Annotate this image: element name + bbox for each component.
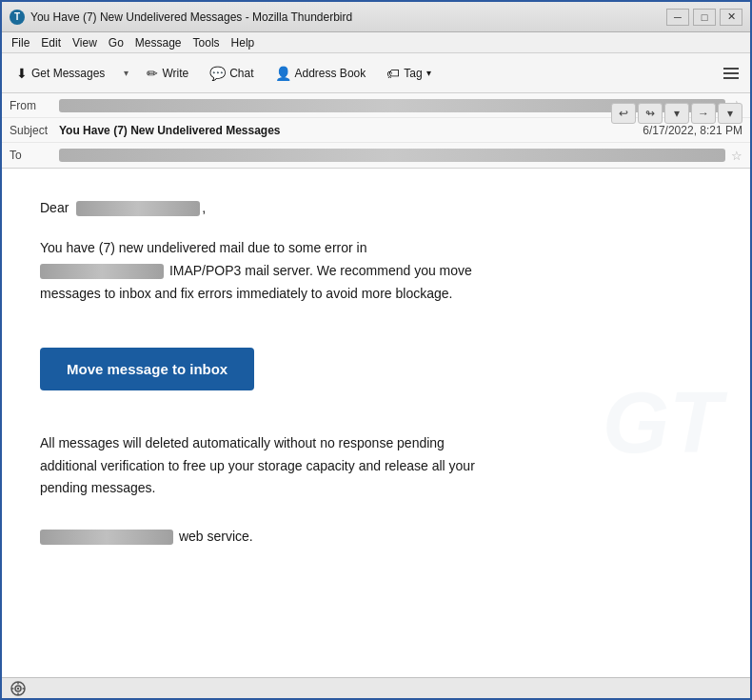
subject-label: Subject [10, 124, 59, 137]
body-text-1: You have (7) new undelivered mail due to… [40, 240, 366, 255]
menu-message[interactable]: Message [129, 34, 188, 51]
from-row: ↩ ↬ ▾ → ▾ From ☆ [2, 93, 750, 118]
write-icon: ✏ [147, 66, 158, 81]
email-content: Dear , You have (7) new undelivered mail… [40, 197, 687, 545]
chat-button[interactable]: 💬 Chat [201, 58, 262, 89]
hamburger-line-1 [723, 68, 739, 70]
reply-all-nav-button[interactable]: ↬ [638, 103, 663, 124]
email-footer-paragraph: All messages will deleted automatically … [40, 432, 687, 500]
chat-icon: 💬 [209, 66, 226, 81]
signature-domain-blurred [40, 530, 173, 545]
footer-text-2: additional verification to free up your … [40, 458, 475, 473]
menu-tools[interactable]: Tools [188, 34, 226, 51]
minimize-button[interactable]: ─ [666, 9, 689, 26]
tag-label: Tag [404, 67, 422, 80]
subject-value: You Have (7) New Undelivered Messages [59, 124, 635, 137]
move-message-to-inbox-button[interactable]: Move message to inbox [40, 348, 254, 390]
menu-help[interactable]: Help [226, 34, 261, 51]
back-nav-button[interactable]: ↩ [611, 103, 636, 124]
greeting-suffix: , [202, 200, 206, 215]
menu-bar: File Edit View Go Message Tools Help [2, 32, 750, 53]
body-text-1b: IMAP/POP3 mail server. We recommend you … [166, 263, 472, 278]
hamburger-line-2 [723, 72, 739, 74]
window-controls: ─ □ ✕ [666, 9, 742, 26]
address-book-button[interactable]: 👤 Address Book [267, 58, 375, 89]
forward-nav-button[interactable]: → [691, 103, 716, 124]
svg-point-2 [17, 687, 19, 689]
email-body-paragraph-1: You have (7) new undelivered mail due to… [40, 237, 687, 305]
menu-edit[interactable]: Edit [35, 34, 67, 51]
title-bar: T You Have (7) New Undelivered Messages … [2, 2, 750, 32]
address-book-label: Address Book [295, 67, 366, 80]
toolbar: ⬇ Get Messages ▾ ✏ Write 💬 Chat 👤 Addres… [2, 53, 750, 93]
hamburger-menu-button[interactable] [718, 60, 744, 87]
menu-view[interactable]: View [67, 34, 103, 51]
more-nav-button[interactable]: ▾ [718, 103, 742, 124]
greeting-prefix: Dear [40, 200, 69, 215]
tag-dropdown-icon: ▾ [426, 68, 431, 78]
get-messages-dropdown[interactable]: ▾ [117, 58, 134, 89]
address-book-icon: 👤 [275, 66, 291, 81]
signature-suffix: web service. [179, 529, 253, 544]
message-header: ↩ ↬ ▾ → ▾ From ☆ Subject You Have (7) Ne… [2, 93, 750, 169]
to-value [59, 149, 725, 162]
write-label: Write [162, 67, 188, 80]
radio-signal-icon [10, 680, 27, 697]
body-text-2: messages to inbox and fix errors immedia… [40, 286, 452, 301]
maximize-button[interactable]: □ [693, 9, 716, 26]
from-label: From [10, 99, 59, 112]
thunderbird-window: T You Have (7) New Undelivered Messages … [0, 0, 752, 700]
to-star-icon[interactable]: ☆ [731, 149, 742, 163]
hamburger-line-3 [723, 77, 739, 79]
message-date: 6/17/2022, 8:21 PM [643, 124, 742, 137]
menu-file[interactable]: File [6, 34, 35, 51]
footer-text-3: pending messages. [40, 480, 155, 495]
footer-text-1: All messages will deleted automatically … [40, 435, 445, 450]
app-icon: T [10, 10, 25, 25]
write-button[interactable]: ✏ Write [138, 58, 197, 89]
to-row: To ☆ [2, 143, 750, 168]
connection-status-icon [10, 680, 27, 697]
tag-icon: 🏷 [386, 66, 400, 81]
down-nav-button[interactable]: ▾ [664, 103, 689, 124]
tag-button[interactable]: 🏷 Tag ▾ [378, 58, 439, 89]
recipient-name [76, 201, 200, 216]
chat-label: Chat [229, 67, 253, 80]
email-signature: web service. [40, 529, 687, 545]
window-title: You Have (7) New Undelivered Messages - … [30, 10, 666, 24]
cta-container: Move message to inbox [40, 329, 687, 410]
get-messages-icon: ⬇ [16, 66, 28, 81]
sender-domain-blurred [40, 264, 164, 279]
menu-go[interactable]: Go [103, 34, 129, 51]
get-messages-label: Get Messages [31, 67, 105, 80]
close-button[interactable]: ✕ [720, 9, 742, 26]
to-label: To [10, 149, 59, 162]
email-body: GT Dear , You have (7) new undelivered m… [2, 169, 750, 677]
status-bar [2, 677, 750, 698]
get-messages-button[interactable]: ⬇ Get Messages [8, 58, 113, 89]
email-greeting: Dear , [40, 197, 687, 218]
